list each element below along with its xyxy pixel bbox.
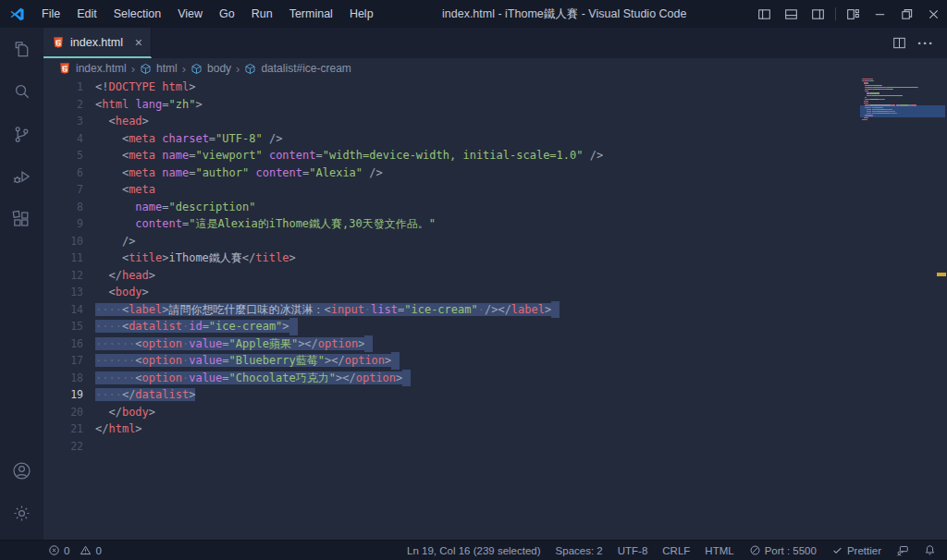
line-number[interactable]: 13: [43, 284, 83, 301]
menu-go[interactable]: Go: [211, 0, 243, 28]
line-number[interactable]: 7: [43, 181, 83, 199]
line-content: ····<datalist·id="ice-cream">: [95, 318, 298, 335]
code-line-3[interactable]: 3 <head>: [43, 113, 947, 130]
minimap[interactable]: [862, 79, 936, 374]
account-icon[interactable]: [0, 449, 43, 492]
line-number[interactable]: 17: [43, 352, 83, 370]
customize-layout-icon[interactable]: [840, 0, 867, 28]
settings-gear-icon[interactable]: [0, 492, 43, 534]
line-number[interactable]: 11: [43, 250, 83, 267]
status-prettier-label: Prettier: [847, 545, 881, 556]
code-line-13[interactable]: 13 <body>: [43, 284, 947, 301]
tab-index-html[interactable]: index.html ×: [43, 28, 152, 58]
search-icon[interactable]: [0, 70, 43, 113]
code-line-19[interactable]: 19····</datalist>: [43, 386, 947, 404]
line-number[interactable]: 18: [43, 370, 83, 387]
breadcrumb-separator: ›: [178, 62, 191, 76]
more-actions-icon[interactable]: ···: [917, 35, 934, 51]
line-number[interactable]: 12: [43, 267, 83, 285]
status-language[interactable]: HTML: [705, 545, 733, 556]
restore-icon[interactable]: [893, 0, 920, 28]
code-line-14[interactable]: 14····<label>請問你想吃什麼口味的冰淇淋：<input·list="…: [43, 301, 947, 319]
split-editor-icon[interactable]: [892, 36, 906, 50]
line-number[interactable]: 21: [43, 420, 83, 438]
line-number[interactable]: 19: [43, 386, 83, 404]
status-notifications[interactable]: [924, 544, 936, 556]
code-line-6[interactable]: 6 <meta name="author" content="Alexia" /…: [43, 164, 947, 182]
line-number[interactable]: 16: [43, 335, 83, 353]
run-debug-icon[interactable]: [0, 155, 43, 198]
code-line-7[interactable]: 7 <meta: [43, 181, 947, 199]
line-number[interactable]: 5: [43, 147, 83, 164]
code-line-21[interactable]: 21</html>: [43, 420, 947, 438]
close-icon[interactable]: [920, 0, 947, 28]
status-prettier[interactable]: Prettier: [831, 544, 881, 556]
line-number[interactable]: 6: [43, 164, 83, 182]
menu-edit[interactable]: Edit: [68, 0, 105, 28]
source-control-icon[interactable]: [0, 113, 43, 155]
status-errors[interactable]: 0: [48, 544, 69, 556]
menu-run[interactable]: Run: [243, 0, 281, 28]
code-editor[interactable]: 1<!DOCTYPE html>2<html lang="zh">3 <head…: [43, 79, 947, 540]
toggle-secondary-sidebar-icon[interactable]: [805, 0, 831, 28]
line-number[interactable]: 9: [43, 215, 83, 233]
code-line-1[interactable]: 1<!DOCTYPE html>: [43, 79, 947, 96]
menu-file[interactable]: File: [33, 0, 68, 28]
line-number[interactable]: 10: [43, 233, 83, 250]
code-line-22[interactable]: 22: [43, 438, 947, 456]
code-line-16[interactable]: 16······<option·value="Apple蘋果"></option…: [43, 335, 947, 353]
explorer-icon[interactable]: [0, 28, 43, 70]
line-content: ····</datalist>: [95, 386, 195, 404]
status-warnings[interactable]: 0: [80, 544, 101, 556]
code-line-17[interactable]: 17······<option·value="Blueberry藍莓"></op…: [43, 352, 947, 370]
minimap-line: [862, 82, 936, 83]
status-feedback[interactable]: [896, 544, 909, 557]
breadcrumb-label: index.html: [76, 62, 127, 75]
extensions-icon[interactable]: [0, 198, 43, 240]
menu-view[interactable]: View: [169, 0, 211, 28]
status-live-server-port[interactable]: Port : 5500: [749, 544, 817, 556]
line-number[interactable]: 8: [43, 199, 83, 216]
breadcrumb-item-index-html[interactable]: index.html: [58, 62, 127, 75]
minimize-icon[interactable]: [867, 0, 893, 28]
minimap-line: [862, 99, 936, 100]
selected-newline: [402, 370, 411, 387]
status-live-server-port-label: Port : 5500: [765, 545, 817, 556]
line-number[interactable]: 14: [43, 301, 83, 319]
menu-selection[interactable]: Selection: [105, 0, 169, 28]
code-line-12[interactable]: 12 </head>: [43, 267, 947, 285]
code-line-18[interactable]: 18······<option·value="Chocolate巧克力"></o…: [43, 370, 947, 387]
code-line-20[interactable]: 20 </body>: [43, 404, 947, 421]
line-number[interactable]: 2: [43, 96, 83, 114]
code-line-9[interactable]: 9 content="這是Alexia的iThome鐵人賽,30天發文作品。": [43, 215, 947, 233]
status-cursor-position[interactable]: Ln 19, Col 16 (239 selected): [407, 545, 540, 556]
status-eol[interactable]: CRLF: [662, 545, 690, 556]
line-number[interactable]: 4: [43, 130, 83, 148]
code-line-4[interactable]: 4 <meta charset="UTF-8" />: [43, 130, 947, 148]
port-icon: [749, 544, 761, 556]
line-number[interactable]: 20: [43, 404, 83, 421]
status-encoding[interactable]: UTF-8: [618, 545, 648, 556]
menu-terminal[interactable]: Terminal: [281, 0, 341, 28]
tab-close-icon[interactable]: ×: [135, 36, 142, 49]
toggle-panel-icon[interactable]: [778, 0, 805, 28]
window-controls: [751, 0, 947, 28]
code-line-15[interactable]: 15····<datalist·id="ice-cream">: [43, 318, 947, 335]
line-number[interactable]: 3: [43, 113, 83, 130]
status-errors-label: 0: [64, 545, 69, 556]
code-line-10[interactable]: 10 />: [43, 233, 947, 250]
breadcrumb-item-html[interactable]: html: [140, 62, 178, 75]
code-line-8[interactable]: 8 name="description": [43, 199, 947, 216]
breadcrumb-item-datalist-ice-cream[interactable]: datalist#ice-cream: [244, 62, 351, 75]
code-line-11[interactable]: 11 <title>iThome鐵人賽</title>: [43, 250, 947, 267]
menu-help[interactable]: Help: [341, 0, 382, 28]
overview-ruler[interactable]: [936, 28, 947, 540]
line-number[interactable]: 22: [43, 438, 83, 456]
line-number[interactable]: 1: [43, 79, 83, 96]
code-line-5[interactable]: 5 <meta name="viewport" content="width=d…: [43, 147, 947, 164]
code-line-2[interactable]: 2<html lang="zh">: [43, 96, 947, 114]
line-number[interactable]: 15: [43, 318, 83, 335]
breadcrumb-item-body[interactable]: body: [191, 62, 231, 75]
toggle-sidebar-icon[interactable]: [751, 0, 778, 28]
status-indentation[interactable]: Spaces: 2: [556, 545, 603, 556]
